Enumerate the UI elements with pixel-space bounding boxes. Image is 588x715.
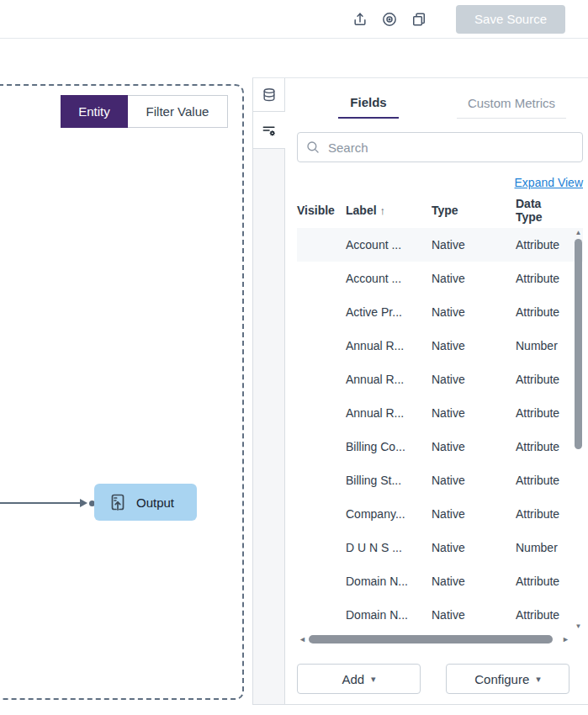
table-row[interactable]: Domain N... Native Attribute	[297, 564, 583, 598]
field-type: Native	[432, 406, 516, 420]
field-type: Native	[432, 575, 516, 588]
column-header-type: Type	[432, 204, 516, 217]
tab-custom-metrics-underline	[457, 118, 566, 119]
search-box	[297, 132, 583, 162]
field-data-type: Attribute	[516, 373, 569, 386]
tab-fields[interactable]: Fields	[297, 88, 440, 119]
field-data-type: Attribute	[516, 608, 569, 622]
save-source-button[interactable]: Save Source	[456, 5, 565, 34]
scroll-right-icon[interactable]: ►	[562, 634, 569, 644]
field-label: Annual R...	[346, 339, 432, 352]
scroll-up-icon[interactable]: ▲	[574, 229, 583, 237]
tab-entity[interactable]: Entity	[61, 95, 128, 128]
field-type: Native	[432, 608, 516, 622]
output-node[interactable]: Output	[94, 484, 197, 521]
vertical-scrollbar-thumb[interactable]	[575, 239, 582, 449]
field-settings-icon	[261, 122, 278, 139]
field-data-type: Attribute	[516, 474, 569, 487]
field-type: Native	[432, 440, 516, 453]
entity-canvas	[0, 84, 244, 700]
configure-button-label: Configure	[474, 672, 529, 686]
tab-fields-label: Fields	[350, 95, 386, 117]
field-data-type: Attribute	[516, 507, 569, 521]
table-row[interactable]: Domain N... Native Attribute	[297, 598, 583, 632]
sort-ascending-icon: ↑	[380, 204, 386, 217]
table-row[interactable]: Company... Native Attribute	[297, 497, 583, 531]
field-data-type: Number	[516, 339, 569, 352]
field-data-type: Attribute	[516, 575, 569, 588]
vertical-scrollbar[interactable]: ▲ ▼	[574, 228, 583, 632]
tab-custom-metrics-label: Custom Metrics	[468, 96, 555, 118]
output-icon	[108, 492, 128, 512]
column-header-data-type: Data Type	[516, 197, 569, 224]
field-label: Account ...	[346, 272, 432, 285]
add-button-label: Add	[342, 672, 364, 686]
column-header-visible: Visible	[297, 204, 346, 217]
scroll-left-icon[interactable]: ◄	[299, 634, 306, 644]
strip-filler	[253, 149, 285, 704]
strip-tab-datasource[interactable]	[253, 78, 285, 112]
field-data-type: Attribute	[516, 272, 569, 285]
tab-fields-underline	[338, 117, 399, 119]
add-button[interactable]: Add ▾	[297, 664, 421, 694]
fields-table-header: Visible Label↑ Type Data Type	[297, 193, 583, 228]
field-type: Native	[432, 339, 516, 352]
field-data-type: Attribute	[516, 238, 569, 252]
panel-content: Fields Custom Metrics Expand View Visibl…	[285, 78, 588, 704]
copy-icon[interactable]	[410, 10, 428, 29]
caret-down-icon: ▾	[536, 674, 541, 685]
caret-down-icon: ▾	[371, 674, 376, 685]
search-icon	[305, 140, 320, 155]
strip-tab-field-settings[interactable]	[253, 112, 285, 149]
field-type: Native	[432, 272, 516, 285]
output-node-label: Output	[136, 495, 174, 510]
table-row[interactable]: Billing Co... Native Attribute	[297, 430, 583, 463]
field-label: Domain N...	[346, 608, 432, 622]
database-icon	[261, 87, 278, 103]
tab-filter-value[interactable]: Filter Value	[128, 96, 227, 127]
panel-icon-strip	[253, 78, 285, 704]
horizontal-scrollbar-thumb[interactable]	[309, 635, 553, 644]
expand-view-link[interactable]: Expand View	[515, 176, 583, 189]
panel-tabs: Fields Custom Metrics	[297, 88, 583, 119]
upload-icon[interactable]	[351, 10, 369, 29]
table-row[interactable]: Account ... Native Attribute	[297, 262, 583, 295]
field-type: Native	[432, 305, 516, 319]
field-label: Billing St...	[346, 474, 432, 487]
table-row[interactable]: Account ... Native Attribute	[297, 228, 583, 262]
field-label: D U N S ...	[346, 541, 432, 554]
field-label: Active Pr...	[346, 305, 432, 319]
connector-line	[0, 502, 81, 504]
tab-custom-metrics[interactable]: Custom Metrics	[440, 88, 583, 119]
fields-table-body: Account ... Native Attribute Account ...…	[297, 228, 583, 632]
field-label: Annual R...	[346, 406, 432, 420]
table-row[interactable]: Annual R... Native Number	[297, 329, 583, 363]
table-row[interactable]: Annual R... Native Attribute	[297, 363, 583, 396]
field-type: Native	[432, 238, 516, 252]
table-row[interactable]: D U N S ... Native Number	[297, 531, 583, 564]
search-input[interactable]	[297, 132, 583, 162]
field-data-type: Attribute	[516, 406, 569, 420]
field-label: Account ...	[346, 238, 432, 252]
table-row[interactable]: Annual R... Native Attribute	[297, 396, 583, 430]
table-row[interactable]: Active Pr... Native Attribute	[297, 295, 583, 329]
top-toolbar: Save Source	[0, 0, 588, 39]
horizontal-scrollbar[interactable]: ◄ ►	[297, 633, 583, 645]
entity-filter-segmented-control: Entity Filter Value	[61, 95, 228, 128]
field-label: Company...	[346, 507, 432, 521]
scroll-down-icon[interactable]: ▼	[574, 622, 583, 631]
field-type: Native	[432, 373, 516, 386]
panel-footer: Add ▾ Configure ▾	[297, 664, 583, 694]
field-label: Domain N...	[346, 575, 432, 588]
expand-view-row: Expand View	[297, 172, 583, 193]
field-data-type: Attribute	[516, 440, 569, 453]
field-label: Billing Co...	[346, 440, 432, 453]
table-row[interactable]: Billing St... Native Attribute	[297, 463, 583, 497]
field-type: Native	[432, 541, 516, 554]
field-type: Native	[432, 507, 516, 521]
preview-eye-icon[interactable]	[380, 10, 399, 29]
field-type: Native	[432, 474, 516, 487]
configure-button[interactable]: Configure ▾	[446, 664, 569, 694]
column-header-label[interactable]: Label↑	[346, 204, 432, 217]
field-label: Annual R...	[346, 373, 432, 386]
